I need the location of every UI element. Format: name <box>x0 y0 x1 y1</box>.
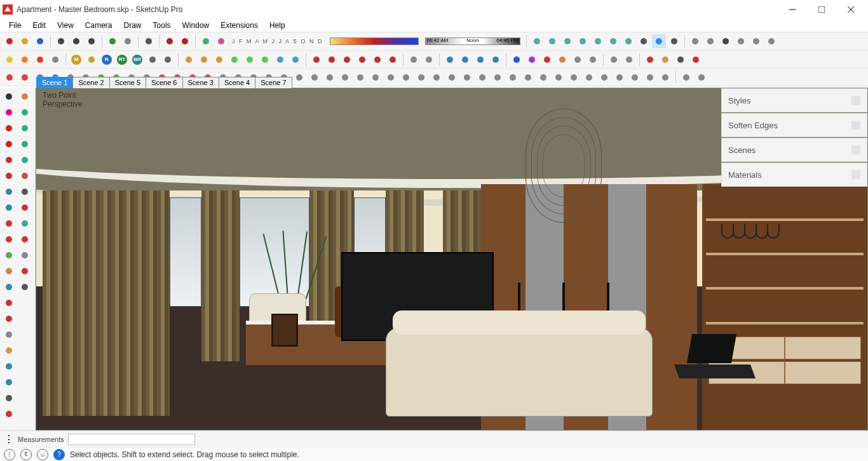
tool-ln3[interactable] <box>540 53 554 67</box>
tool-sandbox[interactable] <box>17 248 32 263</box>
maximize-button[interactable] <box>807 0 836 19</box>
tool-orbit[interactable] <box>17 105 32 120</box>
tool-freehand[interactable] <box>1 137 17 152</box>
tool-top[interactable] <box>545 34 559 48</box>
tool-rotate[interactable] <box>1 311 17 326</box>
tool-t20[interactable] <box>292 70 306 84</box>
tool-zoom[interactable] <box>17 137 32 152</box>
tool-front[interactable] <box>560 34 574 48</box>
tray-toggle-icon[interactable] <box>851 121 860 130</box>
tool-grp2[interactable] <box>622 53 636 67</box>
tool-paint[interactable] <box>214 34 228 48</box>
tool-t23[interactable] <box>338 70 352 84</box>
tool-undo[interactable] <box>105 34 119 48</box>
tray-soften-edges[interactable]: Soften Edges <box>721 113 867 137</box>
tool-ln5[interactable] <box>571 53 585 67</box>
tool-grp1[interactable] <box>607 53 621 67</box>
tool-redo[interactable] <box>121 34 135 48</box>
tool-position[interactable] <box>17 232 32 247</box>
tool-t36[interactable] <box>536 70 550 84</box>
tool-rt[interactable]: RT <box>115 53 129 67</box>
close-button[interactable] <box>836 0 865 19</box>
tool-line[interactable] <box>1 121 17 136</box>
scene-tab-4[interactable]: Scene 6 <box>146 77 182 88</box>
tool-t42[interactable] <box>628 70 642 84</box>
tool-pan[interactable] <box>17 121 32 136</box>
menu-file[interactable]: File <box>4 20 26 31</box>
tool-t26[interactable] <box>384 70 398 84</box>
status-help-icon[interactable]: ? <box>53 449 65 460</box>
tool-cam1[interactable] <box>443 53 457 67</box>
tool-select[interactable] <box>1 89 17 104</box>
scene-tab-6[interactable]: Scene 4 <box>219 77 255 88</box>
tool-offset[interactable] <box>1 279 17 295</box>
tool-open[interactable] <box>18 34 32 48</box>
tool-wh-c[interactable] <box>734 34 748 48</box>
tool-paste[interactable] <box>85 34 98 48</box>
tool-t44[interactable] <box>658 70 672 84</box>
tool-sb6[interactable] <box>258 53 272 67</box>
tool-style-tex[interactable] <box>652 34 666 48</box>
scene-tab-5[interactable]: Scene 3 <box>182 77 219 88</box>
tool-sel1[interactable] <box>309 53 323 67</box>
tool-3dtext[interactable] <box>17 184 32 199</box>
tool-eraser[interactable] <box>1 105 17 120</box>
tool-cam4[interactable] <box>489 53 503 67</box>
tool-print[interactable] <box>142 34 156 48</box>
tool-t24[interactable] <box>353 70 367 84</box>
tool-wh-home[interactable] <box>719 34 733 48</box>
tool-t29[interactable] <box>430 70 444 84</box>
tool-walk[interactable] <box>17 200 32 215</box>
tool-gear[interactable] <box>146 53 159 67</box>
tool-scale[interactable] <box>1 327 17 342</box>
status-credits-icon[interactable]: ¢ <box>20 449 32 460</box>
tool-sb7[interactable] <box>273 53 287 67</box>
tool-eye[interactable] <box>17 279 32 295</box>
tool-t25[interactable] <box>369 70 383 84</box>
tool-lock[interactable] <box>85 53 98 67</box>
tool-follow[interactable] <box>1 264 17 279</box>
tool-t38[interactable] <box>567 70 581 84</box>
tool-m[interactable]: M <box>69 53 83 67</box>
tool-model-b[interactable] <box>178 34 192 48</box>
tool-t45[interactable] <box>679 70 693 84</box>
tool-copy[interactable] <box>69 34 83 48</box>
month-strip[interactable]: J F M A M J J A S O N D <box>229 38 326 44</box>
status-user-icon[interactable]: ☺ <box>37 449 48 460</box>
tool-t32[interactable] <box>475 70 489 84</box>
tool-move[interactable] <box>1 295 17 311</box>
menu-draw[interactable]: Draw <box>119 20 147 31</box>
tool-t2[interactable] <box>18 70 32 84</box>
tool-axes[interactable] <box>1 406 17 422</box>
tool-t46[interactable] <box>695 70 709 84</box>
tool-t43[interactable] <box>643 70 657 84</box>
tool-ax4[interactable] <box>689 53 703 67</box>
tool-pushpull[interactable] <box>1 248 17 263</box>
tool-right[interactable] <box>576 34 590 48</box>
tool-text[interactable] <box>1 391 17 406</box>
tool-look[interactable] <box>17 216 32 231</box>
tool-tape[interactable] <box>1 343 17 358</box>
tool-model-a[interactable] <box>163 34 177 48</box>
tray-toggle-icon[interactable] <box>851 96 860 105</box>
minimize-button[interactable] <box>778 0 807 19</box>
tool-sun-hide[interactable] <box>48 53 62 67</box>
tool-left[interactable] <box>606 34 620 48</box>
tool-zoom-ext[interactable] <box>17 152 32 168</box>
tray-materials[interactable]: Materials <box>721 163 867 187</box>
tool-ln2[interactable] <box>525 53 539 67</box>
tool-info[interactable] <box>161 53 175 67</box>
tool-sel6[interactable] <box>386 53 400 67</box>
tool-ax3[interactable] <box>674 53 688 67</box>
tool-sun-y[interactable] <box>3 53 17 67</box>
tool-pl2[interactable] <box>422 53 436 67</box>
menu-edit[interactable]: Edit <box>27 20 51 31</box>
tool-cam2[interactable] <box>458 53 472 67</box>
tool-t22[interactable] <box>323 70 337 84</box>
tool-sun-r[interactable] <box>33 53 47 67</box>
scene-tab-2[interactable]: Scene 2 <box>72 77 109 88</box>
tool-save[interactable] <box>33 34 47 48</box>
tool-sb4[interactable] <box>227 53 241 67</box>
tray-toggle-icon[interactable] <box>851 145 860 154</box>
tool-t1[interactable] <box>3 70 17 84</box>
